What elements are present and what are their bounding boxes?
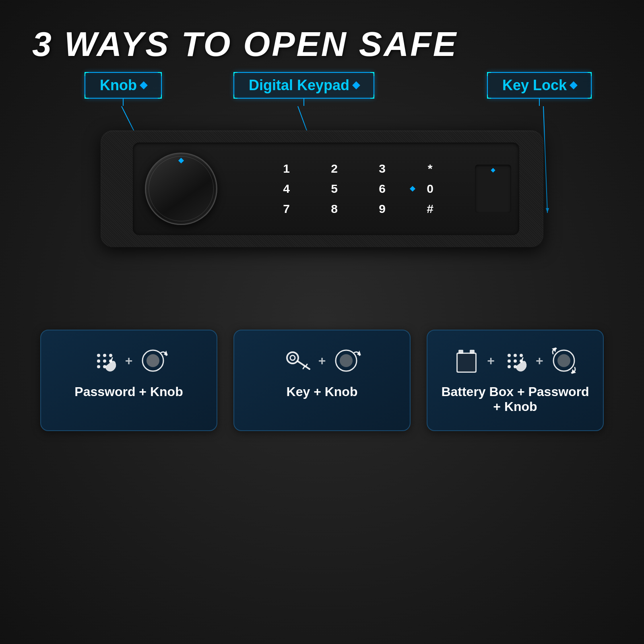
password-icon-2: [501, 347, 529, 375]
svg-line-21: [305, 364, 307, 367]
svg-point-32: [520, 354, 523, 357]
battery-box-icon: [452, 347, 481, 375]
safe-knob: [145, 153, 217, 225]
method-card-key-knob: + Key + Knob: [233, 330, 411, 431]
svg-point-8: [109, 354, 112, 357]
safe-keylock: [475, 165, 511, 213]
keypad-btn-7: 7: [266, 202, 307, 216]
keypad-btn-8: 8: [314, 202, 355, 216]
method-cards-section: + Password + Knob: [40, 330, 604, 431]
method-label-key-knob: Key + Knob: [287, 384, 358, 399]
page: 3 WAYS TO OPEN SAFE Knob Digital Keypad: [0, 0, 644, 644]
keypad-btn-5: 5: [314, 182, 355, 196]
keypad-btn-4: 4: [266, 182, 307, 196]
svg-line-22: [303, 366, 305, 369]
knob-rotate-icon: [139, 347, 167, 375]
digital-keypad-label-badge: Digital Keypad: [233, 72, 374, 99]
knob-label-badge: Knob: [85, 72, 162, 99]
password-icon: [91, 347, 119, 375]
svg-point-12: [97, 365, 100, 368]
keypad-btn-3: 3: [361, 162, 403, 175]
plus-1: +: [125, 353, 133, 368]
keypad-btn-hash: #: [409, 202, 451, 216]
safe-keypad: 1 2 3 * 4 5 6 0 7 8 9 #: [242, 154, 475, 224]
keypad-btn-2: 2: [314, 162, 355, 175]
svg-point-36: [508, 365, 511, 368]
method-label-battery-password-knob: Battery Box + Password + Knob: [440, 384, 591, 414]
svg-point-33: [508, 359, 511, 363]
svg-point-16: [147, 354, 159, 367]
keypad-btn-1: 1: [266, 162, 307, 175]
svg-point-19: [290, 355, 295, 360]
svg-rect-28: [470, 350, 475, 354]
svg-rect-29: [458, 354, 475, 372]
svg-point-34: [514, 359, 517, 363]
method-card-battery-password-knob: + +: [427, 330, 604, 431]
svg-rect-27: [458, 350, 463, 354]
svg-point-24: [340, 354, 353, 367]
page-title: 3 WAYS TO OPEN SAFE: [0, 0, 644, 64]
keypad-btn-9: 9: [361, 202, 403, 216]
svg-point-18: [287, 352, 298, 363]
safe-device: 1 2 3 * 4 5 6 0 7 8 9 #: [101, 130, 543, 247]
svg-marker-5: [546, 208, 549, 213]
plus-4: +: [536, 353, 543, 368]
keypad-btn-star: *: [409, 162, 451, 175]
svg-line-4: [543, 106, 547, 213]
method-icons-battery-password-knob: + +: [452, 347, 578, 375]
svg-point-7: [103, 354, 106, 357]
keypad-btn-0: 0: [409, 182, 451, 196]
method-icons-key-knob: +: [284, 347, 361, 375]
method-card-password-knob: + Password + Knob: [40, 330, 217, 431]
svg-point-6: [97, 354, 100, 357]
plus-3: +: [487, 353, 495, 368]
svg-point-30: [508, 354, 511, 357]
svg-point-10: [103, 359, 106, 363]
knob-rotate-icon-2: [332, 347, 360, 375]
method-label-password-knob: Password + Knob: [74, 384, 183, 399]
keypad-btn-6: 6: [361, 182, 403, 196]
knob-rotate-icon-3: [550, 347, 578, 375]
method-icons-password-knob: +: [91, 347, 167, 375]
svg-point-9: [97, 359, 100, 363]
key-lock-label-badge: Key Lock: [487, 72, 592, 99]
svg-point-31: [514, 354, 517, 357]
key-icon: [284, 347, 312, 375]
svg-point-40: [557, 354, 570, 367]
plus-2: +: [318, 353, 326, 368]
